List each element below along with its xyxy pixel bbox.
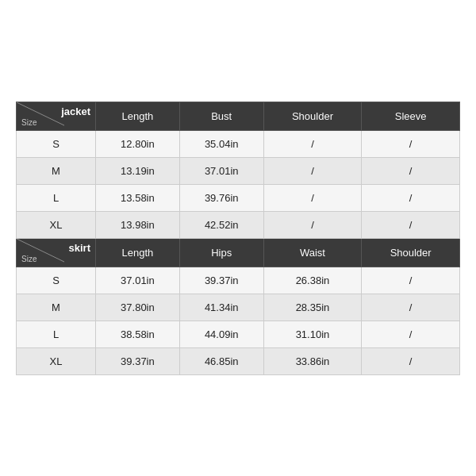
skirt-row-l: L 38.58in 44.09in 31.10in / xyxy=(17,321,460,347)
skirt-xl-length: 39.37in xyxy=(96,347,180,374)
jacket-label: jacket xyxy=(61,106,90,117)
jacket-s-bust: 35.04in xyxy=(179,130,263,157)
skirt-s-hips: 39.37in xyxy=(179,267,263,294)
jacket-l-sleeve: / xyxy=(362,184,460,211)
jacket-header-shoulder: Shoulder xyxy=(263,102,362,130)
jacket-size-l: L xyxy=(17,184,96,211)
svg-line-0 xyxy=(17,102,64,131)
jacket-header-sleeve: Sleeve xyxy=(362,102,460,130)
jacket-m-length: 13.19in xyxy=(96,157,180,184)
skirt-m-shoulder: / xyxy=(362,294,460,321)
jacket-s-length: 12.80in xyxy=(96,130,180,157)
skirt-s-length: 37.01in xyxy=(96,267,180,294)
skirt-m-hips: 41.34in xyxy=(179,294,263,321)
jacket-xl-bust: 42.52in xyxy=(179,211,263,238)
skirt-xl-shoulder: / xyxy=(362,347,460,374)
skirt-row-m: M 37.80in 41.34in 28.35in / xyxy=(17,294,460,321)
skirt-s-waist: 26.38in xyxy=(263,267,362,294)
skirt-size-m: M xyxy=(17,294,96,321)
jacket-section-cell: jacket Size xyxy=(17,102,96,130)
skirt-section-cell: skirt Size xyxy=(17,238,96,267)
skirt-m-length: 37.80in xyxy=(96,294,180,321)
jacket-l-length: 13.58in xyxy=(96,184,180,211)
skirt-m-waist: 28.35in xyxy=(263,294,362,321)
jacket-s-shoulder: / xyxy=(263,130,362,157)
jacket-row-xl: XL 13.98in 42.52in / / xyxy=(17,211,460,238)
jacket-header-bust: Bust xyxy=(179,102,263,130)
jacket-m-sleeve: / xyxy=(362,157,460,184)
skirt-header-waist: Waist xyxy=(263,238,362,267)
jacket-xl-shoulder: / xyxy=(263,211,362,238)
jacket-size-m: M xyxy=(17,157,96,184)
jacket-xl-length: 13.98in xyxy=(96,211,180,238)
skirt-l-length: 38.58in xyxy=(96,321,180,347)
skirt-row-s: S 37.01in 39.37in 26.38in / xyxy=(17,267,460,294)
skirt-size-xl: XL xyxy=(17,347,96,374)
skirt-l-hips: 44.09in xyxy=(179,321,263,347)
skirt-l-shoulder: / xyxy=(362,321,460,347)
jacket-row-m: M 13.19in 37.01in / / xyxy=(17,157,460,184)
skirt-s-shoulder: / xyxy=(362,267,460,294)
jacket-header-length: Length xyxy=(96,102,180,130)
jacket-l-shoulder: / xyxy=(263,184,362,211)
skirt-l-waist: 31.10in xyxy=(263,321,362,347)
skirt-header-hips: Hips xyxy=(179,238,263,267)
skirt-size-s: S xyxy=(17,267,96,294)
jacket-row-s: S 12.80in 35.04in / / xyxy=(17,130,460,157)
jacket-size-xl: XL xyxy=(17,211,96,238)
svg-line-1 xyxy=(17,239,64,267)
skirt-label: skirt xyxy=(69,242,90,254)
skirt-row-xl: XL 39.37in 46.85in 33.86in / xyxy=(17,347,460,374)
jacket-m-shoulder: / xyxy=(263,157,362,184)
jacket-row-l: L 13.58in 39.76in / / xyxy=(17,184,460,211)
skirt-header-shoulder: Shoulder xyxy=(362,238,460,267)
skirt-header-row: skirt Size Length Hips Waist Shoulder xyxy=(17,238,460,267)
skirt-xl-waist: 33.86in xyxy=(263,347,362,374)
skirt-header-length: Length xyxy=(96,238,180,267)
jacket-m-bust: 37.01in xyxy=(179,157,263,184)
jacket-l-bust: 39.76in xyxy=(179,184,263,211)
jacket-xl-sleeve: / xyxy=(362,211,460,238)
size-chart: jacket Size Length Bust Shoulder Sleeve … xyxy=(16,102,460,375)
jacket-header-row: jacket Size Length Bust Shoulder Sleeve xyxy=(17,102,460,130)
jacket-size-s: S xyxy=(17,130,96,157)
skirt-size-l: L xyxy=(17,321,96,347)
skirt-xl-hips: 46.85in xyxy=(179,347,263,374)
jacket-s-sleeve: / xyxy=(362,130,460,157)
